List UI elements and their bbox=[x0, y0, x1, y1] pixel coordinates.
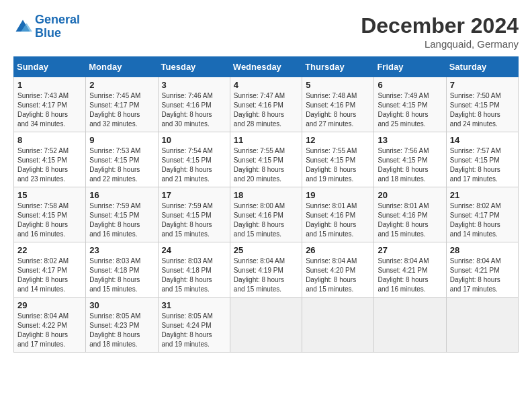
day-25: 25Sunrise: 8:04 AMSunset: 4:19 PMDayligh… bbox=[230, 242, 302, 298]
logo-general: General bbox=[35, 13, 80, 26]
day-12: 12Sunrise: 7:55 AMSunset: 4:15 PMDayligh… bbox=[302, 132, 374, 187]
day-26: 26Sunrise: 8:04 AMSunset: 4:20 PMDayligh… bbox=[302, 242, 374, 298]
day-23: 23Sunrise: 8:03 AMSunset: 4:18 PMDayligh… bbox=[86, 242, 158, 298]
location-subtitle: Langquaid, Germany bbox=[361, 38, 519, 50]
day-29: 29Sunrise: 8:04 AMSunset: 4:22 PMDayligh… bbox=[14, 298, 86, 353]
day-1: 1Sunrise: 7:43 AMSunset: 4:17 PMDaylight… bbox=[14, 77, 86, 132]
header-sunday: Sunday bbox=[14, 57, 86, 77]
days-header-row: Sunday Monday Tuesday Wednesday Thursday… bbox=[14, 57, 519, 77]
day-10: 10Sunrise: 7:54 AMSunset: 4:15 PMDayligh… bbox=[158, 132, 230, 187]
day-18: 18Sunrise: 8:00 AMSunset: 4:16 PMDayligh… bbox=[230, 187, 302, 242]
day-17: 17Sunrise: 7:59 AMSunset: 4:15 PMDayligh… bbox=[158, 187, 230, 242]
day-28: 28Sunrise: 8:04 AMSunset: 4:21 PMDayligh… bbox=[446, 242, 518, 298]
logo: General Blue bbox=[13, 13, 80, 40]
calendar-week-0: 1Sunrise: 7:43 AMSunset: 4:17 PMDaylight… bbox=[14, 77, 519, 132]
day-20: 20Sunrise: 8:01 AMSunset: 4:16 PMDayligh… bbox=[374, 187, 446, 242]
header-friday: Friday bbox=[374, 57, 446, 77]
empty-cell bbox=[374, 298, 446, 353]
day-21: 21Sunrise: 8:02 AMSunset: 4:17 PMDayligh… bbox=[446, 187, 518, 242]
month-year-title: December 2024 bbox=[361, 13, 519, 38]
day-27: 27Sunrise: 8:04 AMSunset: 4:21 PMDayligh… bbox=[374, 242, 446, 298]
page-header: General Blue December 2024 Langquaid, Ge… bbox=[13, 13, 519, 50]
calendar-week-1: 8Sunrise: 7:52 AMSunset: 4:15 PMDaylight… bbox=[14, 132, 519, 187]
calendar-table: Sunday Monday Tuesday Wednesday Thursday… bbox=[13, 56, 519, 353]
calendar-week-3: 22Sunrise: 8:02 AMSunset: 4:17 PMDayligh… bbox=[14, 242, 519, 298]
day-13: 13Sunrise: 7:56 AMSunset: 4:15 PMDayligh… bbox=[374, 132, 446, 187]
day-7: 7Sunrise: 7:50 AMSunset: 4:15 PMDaylight… bbox=[446, 77, 518, 132]
logo-blue: Blue bbox=[35, 26, 61, 40]
day-11: 11Sunrise: 7:55 AMSunset: 4:15 PMDayligh… bbox=[230, 132, 302, 187]
header-tuesday: Tuesday bbox=[158, 57, 230, 77]
header-thursday: Thursday bbox=[302, 57, 374, 77]
logo-text: General Blue bbox=[35, 13, 80, 40]
logo-icon bbox=[13, 17, 32, 36]
day-16: 16Sunrise: 7:59 AMSunset: 4:15 PMDayligh… bbox=[86, 187, 158, 242]
empty-cell bbox=[230, 298, 302, 353]
empty-cell bbox=[446, 298, 518, 353]
empty-cell bbox=[302, 298, 374, 353]
header-wednesday: Wednesday bbox=[230, 57, 302, 77]
header-monday: Monday bbox=[86, 57, 158, 77]
title-block: December 2024 Langquaid, Germany bbox=[361, 13, 519, 50]
calendar-week-2: 15Sunrise: 7:58 AMSunset: 4:15 PMDayligh… bbox=[14, 187, 519, 242]
day-19: 19Sunrise: 8:01 AMSunset: 4:16 PMDayligh… bbox=[302, 187, 374, 242]
day-22: 22Sunrise: 8:02 AMSunset: 4:17 PMDayligh… bbox=[14, 242, 86, 298]
day-5: 5Sunrise: 7:48 AMSunset: 4:16 PMDaylight… bbox=[302, 77, 374, 132]
day-30: 30Sunrise: 8:05 AMSunset: 4:23 PMDayligh… bbox=[86, 298, 158, 353]
day-4: 4Sunrise: 7:47 AMSunset: 4:16 PMDaylight… bbox=[230, 77, 302, 132]
day-8: 8Sunrise: 7:52 AMSunset: 4:15 PMDaylight… bbox=[14, 132, 86, 187]
day-2: 2Sunrise: 7:45 AMSunset: 4:17 PMDaylight… bbox=[86, 77, 158, 132]
calendar-week-4: 29Sunrise: 8:04 AMSunset: 4:22 PMDayligh… bbox=[14, 298, 519, 353]
day-9: 9Sunrise: 7:53 AMSunset: 4:15 PMDaylight… bbox=[86, 132, 158, 187]
day-3: 3Sunrise: 7:46 AMSunset: 4:16 PMDaylight… bbox=[158, 77, 230, 132]
day-31: 31Sunrise: 8:05 AMSunset: 4:24 PMDayligh… bbox=[158, 298, 230, 353]
day-24: 24Sunrise: 8:03 AMSunset: 4:18 PMDayligh… bbox=[158, 242, 230, 298]
header-saturday: Saturday bbox=[446, 57, 518, 77]
day-14: 14Sunrise: 7:57 AMSunset: 4:15 PMDayligh… bbox=[446, 132, 518, 187]
day-6: 6Sunrise: 7:49 AMSunset: 4:15 PMDaylight… bbox=[374, 77, 446, 132]
day-15: 15Sunrise: 7:58 AMSunset: 4:15 PMDayligh… bbox=[14, 187, 86, 242]
